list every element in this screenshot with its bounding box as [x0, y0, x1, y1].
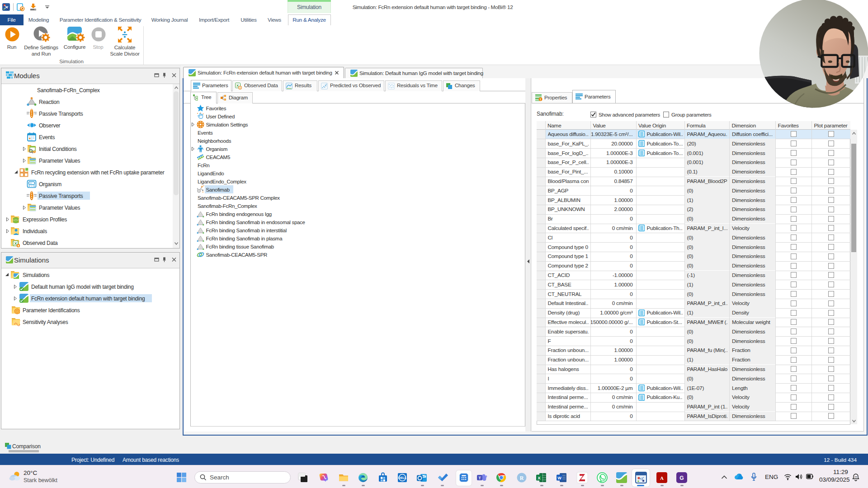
- svg-text:zz: zz: [854, 475, 857, 478]
- svg-text:X: X: [538, 475, 541, 480]
- svg-text:R: R: [520, 475, 524, 481]
- svg-text:G: G: [679, 475, 684, 481]
- svg-text:X: X: [14, 241, 17, 246]
- svg-text:A: A: [660, 475, 664, 481]
- svg-text:OH: OH: [202, 185, 204, 187]
- svg-text:T: T: [478, 476, 481, 480]
- svg-text:W: W: [557, 476, 561, 480]
- svg-text:i: i: [540, 98, 541, 101]
- svg-text:DELL: DELL: [398, 476, 407, 479]
